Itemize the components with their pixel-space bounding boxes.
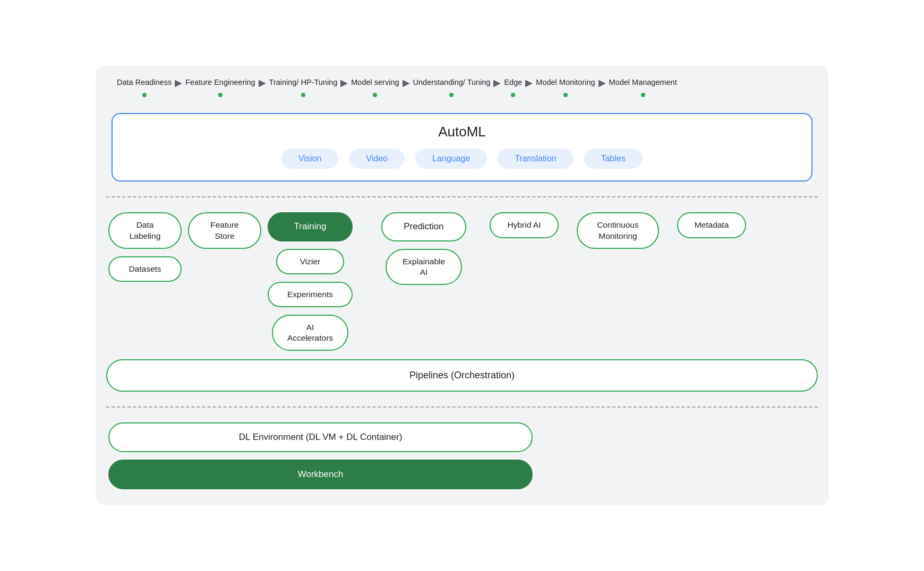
step-label-model-management: Model Management — [609, 77, 677, 98]
pill-experiments: Experiments — [268, 282, 353, 307]
pill-metadata: Metadata — [677, 212, 746, 238]
step-feature-engineering: Feature Engineering — [185, 77, 255, 98]
main-diagram: Data Readiness ▶ Feature Engineering ▶ T… — [96, 66, 828, 505]
step-edge: Edge — [504, 77, 522, 98]
step-model-serving: Model serving — [351, 77, 399, 98]
step-label-data-readiness: Data Readiness — [117, 77, 172, 98]
arrow-7: ▶ — [595, 78, 609, 97]
pill-continuous-monitoring: ContinuousMonitoring — [577, 212, 659, 248]
divider-1 — [106, 196, 818, 197]
step-label-model-serving: Model serving — [351, 77, 399, 98]
col-prediction: Prediction ExplainableAI — [381, 212, 466, 284]
pill-datasets: Datasets — [108, 256, 182, 282]
step-model-management: Model Management — [609, 77, 677, 98]
pill-hybrid-ai: Hybrid AI — [490, 212, 559, 238]
pill-feature-store: FeatureStore — [188, 212, 261, 248]
step-data-readiness: Data Readiness — [117, 77, 172, 98]
pill-pipelines-orchestration: Pipelines (Orchestration) — [106, 359, 818, 392]
col-metadata: Metadata — [677, 212, 746, 238]
pill-prediction: Prediction — [381, 212, 466, 241]
pill-ai-accelerators: AIAccelerators — [272, 315, 348, 351]
bottom-section: DL Environment (DL VM + DL Container) Wo… — [106, 422, 818, 489]
pipeline-header: Data Readiness ▶ Feature Engineering ▶ T… — [96, 66, 828, 98]
content-area: AutoML Vision Video Language Translation… — [106, 113, 818, 489]
arrow-3: ▶ — [337, 78, 351, 97]
divider-2 — [106, 406, 818, 408]
step-training-hp: Training/ HP-Tuning — [269, 77, 338, 98]
main-items-area: DataLabeling Datasets FeatureStore Train… — [106, 212, 818, 351]
pill-dl-environment: DL Environment (DL VM + DL Container) — [108, 422, 533, 452]
arrow-6: ▶ — [522, 78, 536, 97]
automl-pill-video: Video — [349, 149, 405, 169]
automl-pill-language: Language — [415, 149, 487, 169]
automl-pill-tables: Tables — [584, 149, 643, 169]
col-data: DataLabeling Datasets — [108, 212, 182, 281]
step-model-monitoring: Model Monitoring — [536, 77, 595, 98]
arrow-4: ▶ — [399, 78, 413, 97]
pill-explainable-ai: ExplainableAI — [386, 249, 462, 285]
arrow-5: ▶ — [490, 78, 504, 97]
automl-title: AutoML — [127, 124, 797, 140]
pill-data-labeling: DataLabeling — [108, 212, 182, 248]
step-label-training-hp: Training/ HP-Tuning — [269, 77, 338, 98]
automl-pills: Vision Video Language Translation Tables — [127, 149, 797, 169]
arrow-2: ▶ — [255, 78, 269, 97]
step-label-edge: Edge — [504, 77, 522, 98]
step-label-model-monitoring: Model Monitoring — [536, 77, 595, 98]
automl-pill-vision: Vision — [281, 149, 338, 169]
col-feature: FeatureStore — [188, 212, 261, 248]
pill-workbench: Workbench — [108, 460, 533, 489]
arrow-1: ▶ — [172, 78, 185, 97]
step-label-feature-engineering: Feature Engineering — [185, 77, 255, 98]
step-label-understanding: Understanding/ Tuning — [413, 77, 491, 98]
col-monitoring: ContinuousMonitoring — [577, 212, 659, 248]
col-training: Training Vizier Experiments AIAccelerato… — [268, 212, 353, 351]
pill-vizier: Vizier — [276, 249, 344, 274]
pill-training: Training — [268, 212, 353, 241]
automl-section: AutoML Vision Video Language Translation… — [112, 113, 812, 181]
step-understanding: Understanding/ Tuning — [413, 77, 491, 98]
automl-pill-translation: Translation — [498, 149, 574, 169]
col-hybrid: Hybrid AI — [490, 212, 559, 238]
